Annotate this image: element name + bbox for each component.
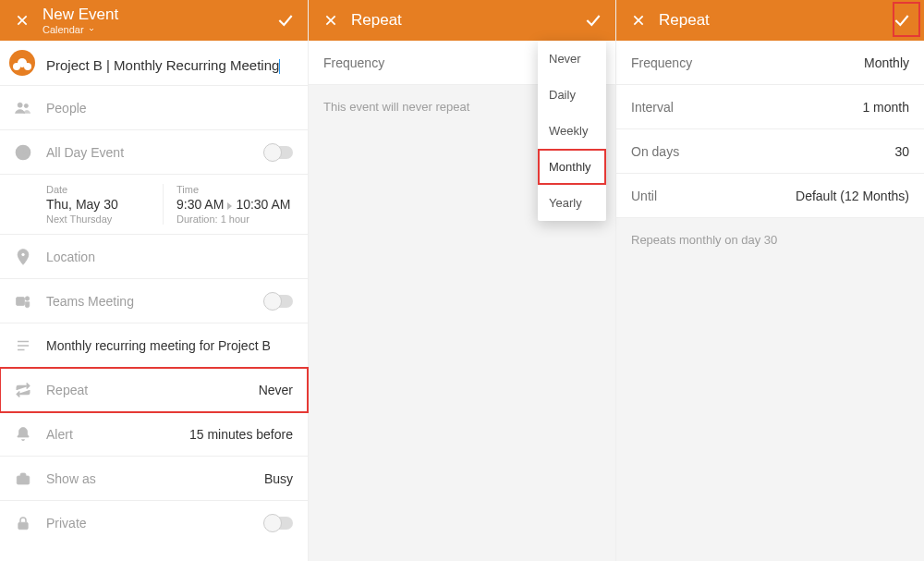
frequency-option-yearly[interactable]: Yearly [538, 185, 606, 221]
time-value: 9:30 AM10:30 AM [176, 197, 293, 212]
frequency-value: Monthly [864, 55, 909, 70]
until-row[interactable]: Until Default (12 Months) [616, 174, 924, 218]
header-subtitle[interactable]: Calendar [43, 24, 274, 35]
arrow-right-icon [227, 202, 232, 210]
description-row[interactable]: Monthly recurring meeting for Project B [0, 323, 308, 368]
svg-point-5 [21, 252, 25, 256]
repeat-header: Repeat [616, 0, 924, 41]
frequency-dropdown: Never Daily Weekly Monthly Yearly [538, 41, 606, 221]
ondays-value: 30 [894, 144, 909, 159]
time-column[interactable]: Time 9:30 AM10:30 AM Duration: 1 hour [163, 184, 293, 225]
svg-point-2 [18, 103, 22, 107]
bell-icon [13, 424, 33, 445]
close-icon[interactable] [627, 9, 650, 31]
repeat-label: Repeat [46, 383, 259, 397]
date-column[interactable]: Date Thu, May 30 Next Thursday [46, 184, 163, 225]
new-event-panel: New Event Calendar Project B | Monthly R… [0, 0, 309, 561]
repeat-value: Never [259, 383, 293, 397]
header-title: Repeat [659, 11, 891, 30]
teams-icon [13, 291, 33, 311]
frequency-option-weekly[interactable]: Weekly [538, 113, 606, 149]
alert-value: 15 minutes before [189, 427, 293, 442]
people-row[interactable]: People [0, 86, 308, 130]
interval-row[interactable]: Interval 1 month [616, 85, 924, 129]
time-sub: Duration: 1 hour [176, 213, 293, 225]
clock-icon [13, 142, 33, 163]
text-cursor [279, 59, 280, 74]
interval-label: Interval [631, 100, 862, 115]
repeat-panel-select: Repeat Frequency This event will never r… [309, 0, 616, 561]
private-label: Private [46, 516, 265, 531]
teams-toggle[interactable] [265, 295, 293, 308]
showas-label: Show as [46, 471, 264, 486]
header-title: New Event [43, 6, 274, 24]
people-icon [13, 98, 33, 118]
teams-label: Teams Meeting [46, 294, 265, 309]
repeat-panel-config: Repeat Frequency Monthly Interval 1 mont… [616, 0, 924, 561]
confirm-icon[interactable] [582, 9, 604, 31]
frequency-row[interactable]: Frequency Monthly [616, 41, 924, 85]
frequency-option-monthly[interactable]: Monthly [538, 149, 606, 185]
datetime-row[interactable]: Date Thu, May 30 Next Thursday Time 9:30… [0, 175, 308, 235]
briefcase-icon [13, 469, 33, 489]
showas-value: Busy [264, 471, 293, 486]
chevron-down-icon [88, 26, 95, 33]
confirm-icon[interactable] [274, 9, 297, 31]
location-row[interactable]: Location [0, 235, 308, 279]
private-toggle[interactable] [265, 517, 293, 530]
location-icon [13, 247, 33, 267]
time-label: Time [176, 184, 293, 195]
showas-row[interactable]: Show as Busy [0, 457, 308, 501]
svg-rect-12 [18, 523, 29, 531]
date-value: Thu, May 30 [46, 197, 163, 212]
event-title-row[interactable]: Project B | Monthly Recurring Meeting [0, 41, 308, 86]
event-title-input[interactable]: Project B | Monthly Recurring Meeting [46, 57, 279, 73]
date-label: Date [46, 184, 163, 195]
location-label: Location [46, 250, 293, 264]
teams-row[interactable]: Teams Meeting [0, 279, 308, 323]
calendar-avatar-icon [9, 50, 35, 76]
header-title: Repeat [351, 11, 582, 30]
confirm-icon[interactable] [891, 9, 913, 31]
frequency-option-daily[interactable]: Daily [538, 77, 606, 113]
repeat-header: Repeat [309, 0, 615, 41]
ondays-row[interactable]: On days 30 [616, 129, 924, 174]
frequency-option-never[interactable]: Never [538, 41, 606, 77]
lock-icon [13, 513, 33, 533]
close-icon[interactable] [11, 9, 33, 31]
repeat-summary: Repeats monthly on day 30 [616, 218, 924, 262]
until-label: Until [631, 189, 796, 203]
date-sub: Next Thursday [46, 213, 163, 225]
new-event-header: New Event Calendar [0, 0, 308, 41]
alert-row[interactable]: Alert 15 minutes before [0, 412, 308, 457]
repeat-row[interactable]: Repeat Never [0, 368, 308, 412]
svg-point-7 [25, 297, 30, 301]
frequency-label: Frequency [631, 55, 864, 70]
allday-row[interactable]: All Day Event [0, 130, 308, 175]
repeat-icon [13, 380, 33, 400]
people-label: People [46, 101, 293, 116]
svg-point-3 [24, 104, 28, 107]
svg-rect-6 [17, 297, 25, 305]
allday-label: All Day Event [46, 145, 265, 160]
until-value: Default (12 Months) [796, 189, 909, 203]
svg-rect-11 [17, 476, 30, 484]
ondays-label: On days [631, 144, 894, 159]
allday-toggle[interactable] [265, 146, 293, 159]
description-text: Monthly recurring meeting for Project B [46, 338, 293, 353]
description-icon [13, 335, 33, 356]
private-row[interactable]: Private [0, 501, 308, 545]
interval-value: 1 month [862, 100, 909, 115]
alert-label: Alert [46, 427, 189, 442]
close-icon[interactable] [320, 9, 342, 31]
